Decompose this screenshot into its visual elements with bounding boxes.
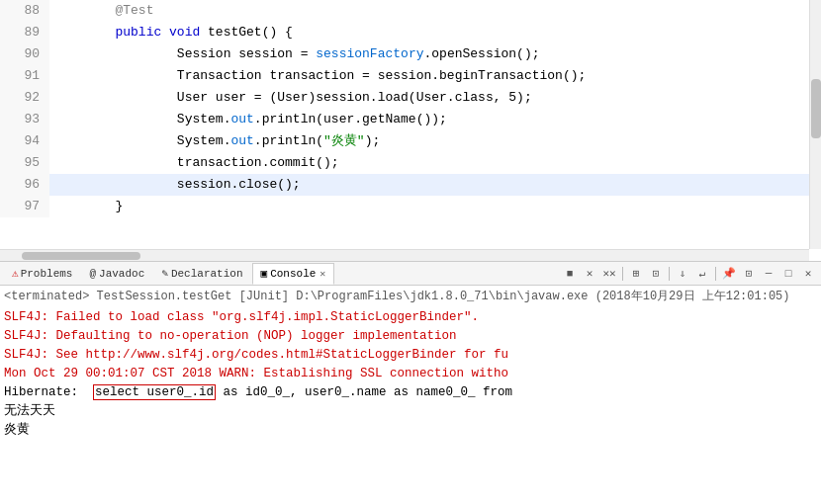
toolbar-remove-all-btn[interactable]: ✕✕ [600,265,618,283]
line-content-97: } [49,196,821,217]
tab-console-label: Console [270,268,316,280]
toolbar-minimize-btn[interactable]: ─ [760,265,777,283]
line-number-89: 89 [0,22,49,43]
toolbar-sep1 [622,267,623,281]
line-number-97: 97 [0,196,49,217]
tab-console-close[interactable]: ✕ [319,268,325,280]
code-line-91: 91 Transaction transaction = session.beg… [0,65,821,87]
line-number-95: 95 [0,152,49,174]
console-icon: ▣ [261,267,268,280]
code-editor: 88 @Test 89 public void testGet() { 90 S… [0,0,821,262]
code-line-90: 90 Session session = sessionFactory.open… [0,43,821,65]
tab-problems-label: Problems [21,268,73,280]
declaration-icon: ✎ [161,267,168,280]
console-line-5: Hibernate: select user0_.id as id0_0_, u… [4,383,817,402]
vertical-scrollbar[interactable] [809,0,821,249]
line-number-90: 90 [0,43,49,65]
toolbar-sep2 [669,267,670,281]
toolbar-paste-btn[interactable]: ⊡ [647,265,665,283]
toolbar-close-btn[interactable]: ✕ [799,265,817,283]
tab-bar: ⚠ Problems @ Javadoc ✎ Declaration ▣ Con… [0,262,821,286]
bottom-panel: ⚠ Problems @ Javadoc ✎ Declaration ▣ Con… [0,262,821,504]
console-terminated-line: <terminated> TestSession.testGet [JUnit]… [4,288,817,306]
toolbar-sep3 [715,267,716,281]
code-line-88: 88 @Test [0,0,821,22]
tab-javadoc[interactable]: @ Javadoc [81,263,153,285]
tab-declaration[interactable]: ✎ Declaration [153,263,251,285]
code-line-95: 95 transaction.commit(); [0,152,821,174]
console-line-6: 无法天天 [4,402,817,421]
line-content-90: Session session = sessionFactory.openSes… [49,43,821,65]
console-line-1: SLF4J: Failed to load class "org.slf4j.i… [4,308,817,327]
scrollbar-h-thumb[interactable] [22,252,140,260]
toolbar-remove-btn[interactable]: ✕ [581,265,598,283]
code-line-96: 96 session.close(); [0,174,821,196]
scrollbar-v-thumb[interactable] [811,79,821,138]
toolbar-pin-btn[interactable]: 📌 [720,265,738,283]
code-line-97: 97 } [0,196,821,217]
console-output: <terminated> TestSession.testGet [JUnit]… [0,286,821,504]
javadoc-icon: @ [89,268,96,280]
code-line-92: 92 User user = (User)session.load(User.c… [0,87,821,109]
toolbar-expand-btn[interactable]: ⊡ [740,265,758,283]
line-content-95: transaction.commit(); [49,152,821,174]
toolbar-maximize-btn[interactable]: □ [779,265,797,283]
line-content-96: session.close(); [49,174,821,196]
tab-problems[interactable]: ⚠ Problems [4,263,81,285]
line-content-93: System.out.println(user.getName()); [49,109,821,130]
toolbar-word-wrap-btn[interactable]: ↵ [693,265,711,283]
line-number-96: 96 [0,174,49,196]
code-line-89: 89 public void testGet() { [0,22,821,43]
line-number-94: 94 [0,130,49,152]
tab-console[interactable]: ▣ Console ✕ [252,263,335,285]
tab-declaration-label: Declaration [171,268,243,280]
line-content-94: System.out.println("炎黄"); [49,130,821,152]
line-content-92: User user = (User)session.load(User.clas… [49,87,821,109]
console-line-7: 炎黄 [4,421,817,440]
code-line-93: 93 System.out.println(user.getName()); [0,109,821,130]
line-number-88: 88 [0,0,49,22]
line-number-92: 92 [0,87,49,109]
console-line-2: SLF4J: Defaulting to no-operation (NOP) … [4,327,817,346]
toolbar-scroll-lock-btn[interactable]: ⇓ [674,265,691,283]
toolbar-copy-btn[interactable]: ⊞ [627,265,645,283]
code-lines: 88 @Test 89 public void testGet() { 90 S… [0,0,821,217]
console-line-4: Mon Oct 29 00:01:07 CST 2018 WARN: Estab… [4,365,817,383]
line-content-88: @Test [49,0,821,22]
horizontal-scrollbar[interactable] [0,249,809,261]
toolbar-stop-btn[interactable]: ■ [561,265,579,283]
line-content-91: Transaction transaction = session.beginT… [49,65,821,87]
line-number-93: 93 [0,109,49,130]
console-toolbar-right: ■ ✕ ✕✕ ⊞ ⊡ ⇓ ↵ 📌 ⊡ ─ □ ✕ [561,265,817,283]
console-line-3: SLF4J: See http://www.slf4j.org/codes.ht… [4,346,817,365]
hibernate-select-highlight: select user0_.id [93,384,216,400]
code-line-94: 94 System.out.println("炎黄"); [0,130,821,152]
error-icon: ⚠ [12,267,19,280]
line-number-91: 91 [0,65,49,87]
line-content-89: public void testGet() { [49,22,821,43]
tab-javadoc-label: Javadoc [99,268,144,280]
